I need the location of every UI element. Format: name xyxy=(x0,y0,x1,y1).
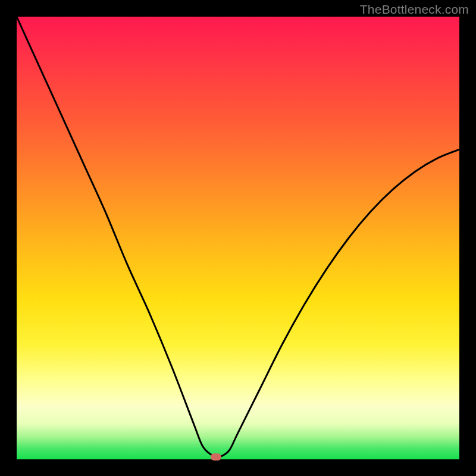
optimal-marker xyxy=(211,453,221,461)
watermark-text: TheBottleneck.com xyxy=(360,2,469,17)
curve-path xyxy=(17,17,459,457)
plot-area xyxy=(17,17,459,459)
bottleneck-curve xyxy=(17,17,459,459)
chart-frame: TheBottleneck.com xyxy=(0,0,476,476)
